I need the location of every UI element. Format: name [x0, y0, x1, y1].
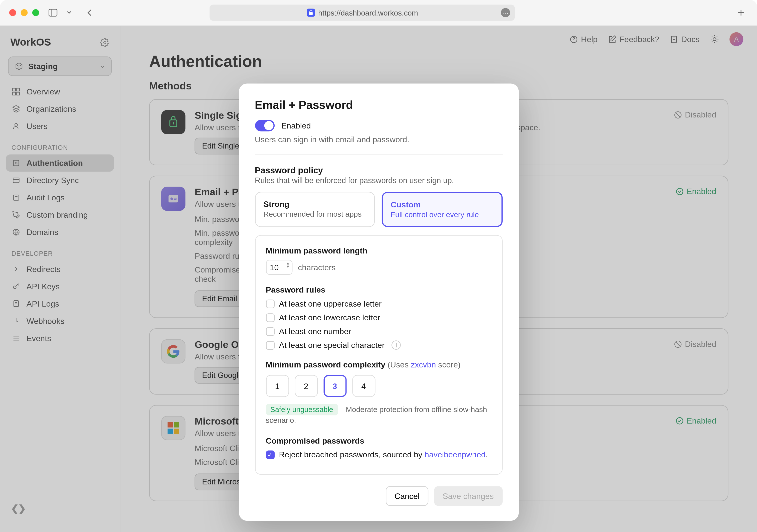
- min-length-label: Minimum password length: [266, 246, 491, 255]
- rule-lowercase[interactable]: At least one lowercase letter: [266, 313, 491, 322]
- complexity-label: Minimum password complexity (Uses zxcvbn…: [266, 360, 491, 369]
- rule-special[interactable]: At least one special characteri: [266, 340, 491, 350]
- policy-option-strong[interactable]: Strong Recommended for most apps: [255, 192, 375, 227]
- svg-rect-0: [49, 9, 57, 16]
- modal-subtitle: Users can sign in with email and passwor…: [255, 135, 502, 144]
- min-length-input[interactable]: 10 ▲▼: [266, 260, 292, 275]
- complexity-3[interactable]: 3: [323, 375, 346, 397]
- rule-number[interactable]: At least one number: [266, 327, 491, 336]
- new-tab-button[interactable]: [734, 6, 748, 19]
- checkbox-icon[interactable]: [266, 299, 274, 308]
- info-icon[interactable]: i: [391, 340, 401, 350]
- lock-icon: [307, 9, 315, 17]
- enabled-toggle[interactable]: [255, 120, 274, 131]
- complexity-4[interactable]: 4: [352, 375, 375, 397]
- complexity-1[interactable]: 1: [266, 375, 288, 397]
- modal-title: Email + Password: [255, 98, 502, 112]
- enabled-label: Enabled: [281, 121, 311, 130]
- zxcvbn-link[interactable]: zxcvbn: [411, 360, 436, 369]
- min-length-unit: characters: [298, 263, 335, 272]
- policy-option-custom[interactable]: Custom Full control over every rule: [381, 192, 502, 227]
- save-button[interactable]: Save changes: [434, 486, 502, 506]
- checkbox-icon[interactable]: [266, 341, 274, 349]
- close-window-icon[interactable]: [9, 9, 16, 16]
- page-menu-icon[interactable]: ⋯: [501, 8, 510, 17]
- modal-email-password: Email + Password Enabled Users can sign …: [239, 84, 518, 521]
- minimize-window-icon[interactable]: [21, 9, 28, 16]
- url-text: https://dashboard.workos.com: [318, 8, 418, 17]
- maximize-window-icon[interactable]: [32, 9, 39, 16]
- svg-rect-2: [309, 12, 313, 15]
- checkbox-icon[interactable]: [266, 450, 274, 459]
- custom-policy-panel: Minimum password length 10 ▲▼ characters…: [255, 235, 502, 475]
- sidebar-toggle-icon[interactable]: [46, 6, 60, 19]
- checkbox-icon[interactable]: [266, 313, 274, 322]
- rule-uppercase[interactable]: At least one uppercase letter: [266, 299, 491, 308]
- window-controls: [9, 9, 39, 16]
- policy-desc: Rules that will be enforced for password…: [255, 176, 502, 185]
- modal-overlay[interactable]: Email + Password Enabled Users can sign …: [0, 26, 757, 532]
- chevron-down-icon[interactable]: [62, 6, 76, 19]
- back-button[interactable]: [83, 6, 97, 19]
- policy-title: Password policy: [255, 165, 502, 175]
- quantity-stepper[interactable]: ▲▼: [286, 262, 290, 268]
- complexity-2[interactable]: 2: [294, 375, 318, 397]
- haveibeenpwned-link[interactable]: haveibeenpwned: [425, 450, 486, 459]
- checkbox-icon[interactable]: [266, 327, 274, 336]
- address-bar[interactable]: https://dashboard.workos.com ⋯: [210, 5, 515, 20]
- browser-toolbar: https://dashboard.workos.com ⋯: [0, 0, 757, 26]
- rules-label: Password rules: [266, 285, 491, 295]
- compromised-check[interactable]: Reject breached passwords, sourced by ha…: [266, 450, 491, 459]
- complexity-pill: Safely unguessable: [266, 404, 338, 415]
- cancel-button[interactable]: Cancel: [386, 486, 428, 506]
- compromised-label: Compromised passwords: [266, 436, 491, 445]
